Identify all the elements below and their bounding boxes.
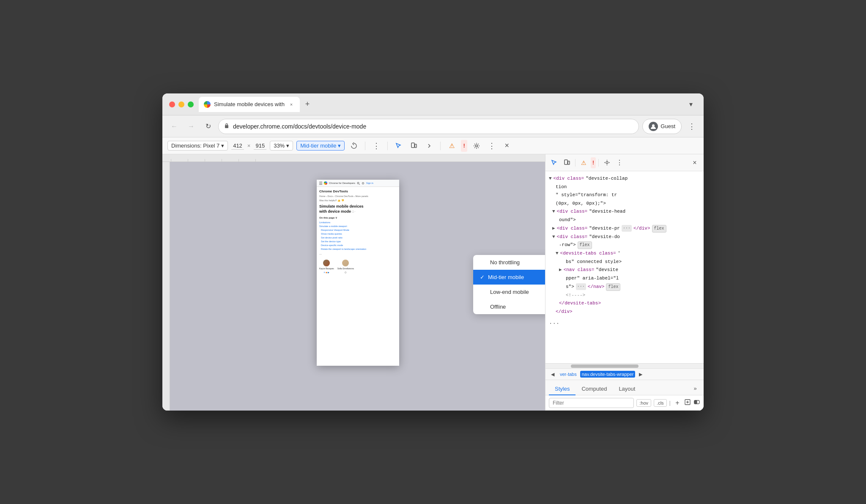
toc-device-type: Set the device type: [319, 239, 397, 243]
mobile-toc: On this page ∨ Limitations Simulate a mo…: [319, 216, 397, 251]
flex-badge-3[interactable]: flex: [606, 283, 620, 291]
add-style-button[interactable]: +: [673, 399, 682, 407]
html-line-2: tion: [545, 183, 704, 192]
scrollbar-thumb[interactable]: [571, 364, 639, 368]
horizontal-scrollbar[interactable]: [545, 363, 704, 368]
toolbar-separator: [365, 142, 365, 150]
devtools-more-icon[interactable]: ⋮: [486, 140, 498, 152]
zoom-select[interactable]: 33% ▾: [270, 141, 293, 151]
cls-filter-button[interactable]: .cls: [654, 399, 667, 407]
panel-more-icon[interactable]: ⋮: [614, 157, 625, 168]
more-tabs-button[interactable]: »: [690, 383, 700, 393]
close-button[interactable]: [169, 101, 175, 107]
mobile-frame: Chrome for Developers Sign in Chrome Dev…: [317, 180, 399, 366]
device-mode-icon[interactable]: [562, 157, 573, 168]
collapse-triangle-1[interactable]: ▼: [549, 175, 552, 183]
expand-triangle-1[interactable]: ▶: [552, 225, 555, 233]
throttle-offline[interactable]: Offline: [473, 299, 545, 314]
warning-icon[interactable]: ⚠: [446, 140, 458, 152]
html-line-13: pper" aria-label="l: [545, 274, 704, 283]
error-badge-icon[interactable]: !: [591, 157, 596, 168]
settings-icon[interactable]: [471, 140, 482, 152]
svg-rect-5: [319, 182, 322, 182]
mobile-content-ellipsis: ...: [319, 251, 397, 256]
minimize-button[interactable]: [178, 101, 184, 107]
more-options-icon[interactable]: ⋮: [370, 140, 382, 152]
rotate-icon[interactable]: [348, 140, 360, 152]
collapse-triangle-4[interactable]: ▼: [556, 250, 559, 257]
twitter-icon: ✕: [323, 271, 325, 274]
breadcrumb-nav-devsite[interactable]: nav.devsite-tabs-wrapper: [580, 371, 636, 378]
maximize-button[interactable]: [188, 101, 194, 107]
throttle-low-end[interactable]: Low-end mobile: [473, 285, 545, 299]
error-icon[interactable]: !: [461, 140, 467, 152]
user-profile-button[interactable]: Guest: [642, 119, 682, 134]
device-icon[interactable]: [408, 140, 420, 152]
panel-close-icon[interactable]: ×: [689, 157, 700, 168]
svg-rect-0: [225, 125, 228, 128]
panel-toolbar-separator-2: [598, 159, 599, 167]
collapse-triangle-3[interactable]: ▼: [552, 233, 555, 241]
reload-button[interactable]: ↻: [201, 120, 215, 133]
element-inspector-icon[interactable]: [549, 157, 560, 168]
tab-close-button[interactable]: ×: [288, 101, 295, 108]
throttle-no-throttling[interactable]: No throttling: [473, 255, 545, 270]
address-bar[interactable]: developer.chrome.com/docs/devtools/devic…: [218, 119, 639, 134]
new-tab-button[interactable]: +: [301, 99, 313, 110]
github-icon: ⬡: [345, 271, 346, 274]
ellipsis-badge-2[interactable]: ···: [576, 283, 586, 290]
throttle-mid-tier[interactable]: ✓ Mid-tier mobile: [473, 270, 545, 285]
mobile-device-frame: Chrome for Developers Sign in Chrome Dev…: [317, 175, 399, 366]
main-content: Chrome for Developers Sign in Chrome Dev…: [162, 154, 704, 411]
breadcrumb-left-icon[interactable]: ◀: [549, 370, 556, 378]
forward-button[interactable]: →: [184, 120, 198, 133]
flex-badge-2[interactable]: flex: [578, 241, 592, 249]
collapse-triangle-2[interactable]: ▼: [552, 208, 555, 216]
toggle-class-icon[interactable]: [693, 399, 700, 407]
flex-badge-1[interactable]: flex: [652, 225, 666, 233]
blog-icon: ◆: [326, 271, 327, 274]
back-button[interactable]: ←: [167, 120, 181, 133]
hov-filter-button[interactable]: :hov: [636, 399, 651, 407]
devtools-toolbar: Dimensions: Pixel 7 ▾ 412 × 915 33% ▾ Mi…: [162, 137, 704, 154]
forward-arrow-icon[interactable]: [423, 140, 435, 152]
filter-input[interactable]: [549, 398, 634, 408]
warning-badge-icon[interactable]: ⚠: [578, 157, 589, 168]
ellipsis-badge-1[interactable]: ···: [622, 225, 632, 232]
panel-settings-icon[interactable]: [601, 157, 612, 168]
breadcrumb-bar: ◀ ver-tabs nav.devsite-tabs-wrapper ▶: [545, 368, 704, 380]
active-tab[interactable]: Simulate mobile devices with ×: [199, 97, 300, 112]
author2-social: ⬡: [345, 271, 346, 274]
toc-mobile-viewport: Simulate a mobile viewport: [319, 224, 397, 228]
mobile-search-icon: [357, 182, 360, 185]
html-line-5: ▼ <div class="devsite-head: [545, 208, 704, 216]
tab-layout[interactable]: Layout: [613, 383, 641, 395]
throttle-select[interactable]: Mid-tier mobile ▾: [296, 141, 345, 151]
mobile-site-name: Chrome for Developers: [329, 182, 355, 184]
dimensions-select[interactable]: Dimensions: Pixel 7 ▾: [167, 141, 228, 151]
html-line-11: bs" connected style>: [545, 258, 704, 266]
styles-tabs: Styles Computed Layout »: [545, 380, 704, 395]
breadcrumb-right-icon[interactable]: ▶: [637, 370, 644, 378]
inspect-icon[interactable]: [393, 140, 405, 152]
html-line-15: <!---->: [545, 291, 704, 300]
styles-more-tabs: »: [690, 383, 700, 395]
author1-social: ✕ ◆ ▶: [323, 271, 329, 274]
tab-computed[interactable]: Computed: [576, 383, 613, 395]
mobile-authors: Kayce Basques ✕ ◆ ▶: [319, 260, 397, 274]
html-more-indicator: ...: [545, 316, 704, 329]
browser-more-button[interactable]: ⋮: [685, 120, 699, 133]
tab-styles[interactable]: Styles: [549, 383, 576, 395]
svg-rect-2: [411, 143, 414, 148]
new-style-rule-icon[interactable]: [684, 399, 691, 407]
mobile-signin: Sign in: [366, 182, 373, 184]
tab-title: Simulate mobile devices with: [214, 101, 285, 107]
tab-list-button[interactable]: ▾: [685, 99, 697, 110]
tick: [171, 159, 188, 162]
mobile-page-content: Chrome for Developers Sign in Chrome Dev…: [317, 180, 399, 366]
close-devtools-icon[interactable]: ×: [501, 140, 513, 152]
breadcrumb-ver-tabs[interactable]: ver-tabs: [558, 371, 578, 378]
svg-rect-11: [565, 160, 567, 164]
mobile-topbar: Chrome for Developers Sign in: [317, 180, 399, 187]
expand-triangle-2[interactable]: ▶: [559, 266, 562, 274]
